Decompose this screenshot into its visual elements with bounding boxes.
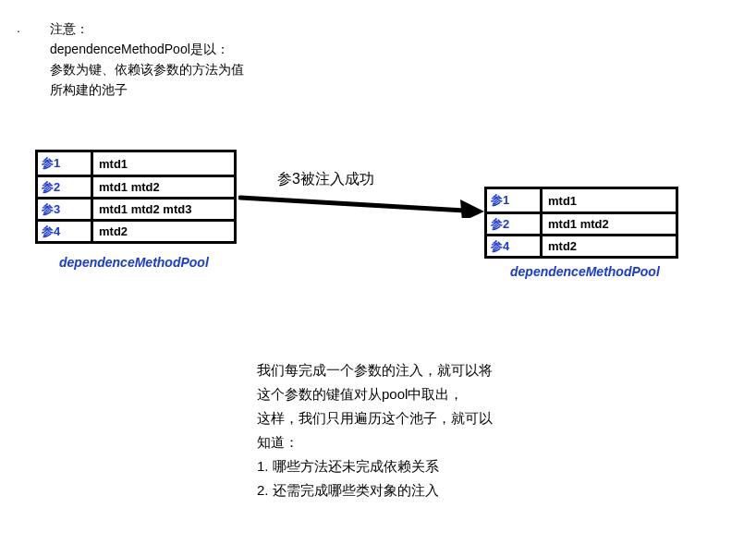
intro-line-1: 注意： [50, 18, 244, 39]
svg-marker-1 [460, 199, 484, 218]
table-row: 参3 mtd1 mtd2 mtd3 [38, 197, 234, 219]
right-pool-table: 参1 mtd1 参2 mtd1 mtd2 参4 mtd2 [484, 187, 678, 259]
intro-line-3: 参数为键、依赖该参数的方法为值 [50, 59, 244, 79]
desc-line-1: 我们每完成一个参数的注入，就可以将 [257, 358, 493, 382]
cell-key: 参4 [38, 222, 93, 241]
table-row: 参1 mtd1 [487, 189, 676, 212]
cell-key: 参4 [487, 236, 543, 256]
cell-val: mtd1 [543, 189, 676, 212]
cell-key: 参1 [38, 152, 93, 175]
arrow-label: 参3被注入成功 [277, 170, 374, 189]
intro-line-2: dependenceMethodPool是以： [50, 39, 244, 59]
left-pool-table: 参1 mtd1 参2 mtd1 mtd2 参3 mtd1 mtd2 mtd3 参… [35, 150, 237, 244]
table-row: 参2 mtd1 mtd2 [487, 212, 676, 234]
cell-val: mtd1 mtd2 [93, 177, 234, 197]
cell-key: 参1 [487, 189, 543, 212]
desc-line-5: 1. 哪些方法还未完成依赖关系 [257, 454, 493, 478]
cell-val: mtd2 [543, 236, 676, 256]
cell-key: 参2 [487, 214, 543, 234]
intro-line-4: 所构建的池子 [50, 79, 244, 100]
desc-line-4: 知道： [257, 430, 493, 454]
cell-val: mtd1 [93, 152, 234, 175]
cell-key: 参3 [38, 199, 93, 219]
cell-val: mtd1 mtd2 mtd3 [93, 199, 234, 219]
description-block: 我们每完成一个参数的注入，就可以将 这个参数的键值对从pool中取出， 这样，我… [257, 358, 493, 502]
right-table-caption: dependenceMethodPool [510, 264, 660, 279]
intro-text-block: 注意： dependenceMethodPool是以： 参数为键、依赖该参数的方… [50, 18, 244, 100]
svg-line-0 [240, 198, 465, 211]
table-row: 参4 mtd2 [38, 219, 234, 241]
desc-line-6: 2. 还需完成哪些类对象的注入 [257, 478, 493, 502]
table-row: 参2 mtd1 mtd2 [38, 175, 234, 197]
cell-key: 参2 [38, 177, 93, 197]
arrow-icon [238, 190, 484, 218]
bullet-dot: . [17, 20, 20, 35]
table-row: 参1 mtd1 [38, 152, 234, 175]
table-row: 参4 mtd2 [487, 234, 676, 256]
cell-val: mtd1 mtd2 [543, 214, 676, 234]
left-table-caption: dependenceMethodPool [59, 255, 209, 270]
cell-val: mtd2 [93, 222, 234, 241]
desc-line-3: 这样，我们只用遍历这个池子，就可以 [257, 406, 493, 430]
desc-line-2: 这个参数的键值对从pool中取出， [257, 382, 493, 406]
